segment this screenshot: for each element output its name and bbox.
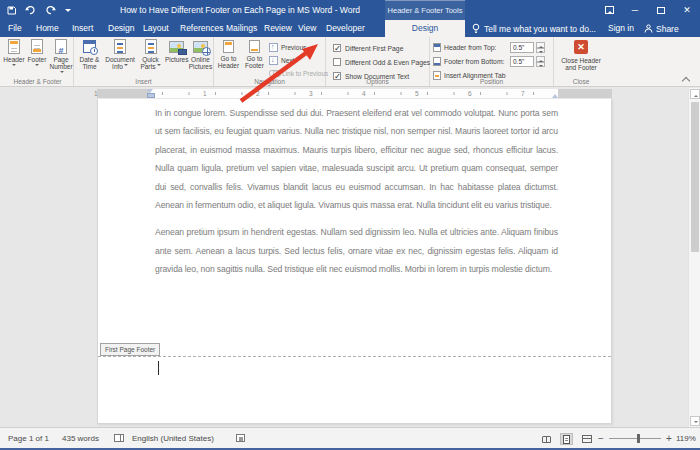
tab-design[interactable]: Design xyxy=(104,20,138,37)
previous-button[interactable]: Previous xyxy=(269,41,306,53)
right-indent-marker[interactable] xyxy=(552,91,559,98)
word-count[interactable]: 435 words xyxy=(62,432,99,445)
read-mode-button[interactable] xyxy=(540,433,553,445)
scrollbar-thumb[interactable] xyxy=(691,102,699,252)
header-from-top-spinner[interactable] xyxy=(536,42,545,53)
customize-qat-icon[interactable] xyxy=(65,9,71,15)
header-from-top-input[interactable]: 0.5" xyxy=(510,42,534,53)
redo-icon[interactable] xyxy=(45,6,56,15)
ribbon-display-options-icon[interactable] xyxy=(596,0,622,20)
collapse-ribbon-icon[interactable] xyxy=(682,77,690,82)
online-pictures-icon xyxy=(193,41,208,53)
web-layout-button[interactable] xyxy=(580,433,593,445)
ruler-number: 3 xyxy=(309,90,313,97)
text-cursor xyxy=(158,361,159,375)
tell-me-box[interactable]: Tell me what you want to do... xyxy=(472,20,596,37)
different-odd-even-checkbox[interactable] xyxy=(333,58,341,66)
group-insert: Date & Time Document Info Quick Parts Pi… xyxy=(74,37,214,86)
tab-insert[interactable]: Insert xyxy=(68,20,97,37)
status-bar: Page 1 of 1 435 words English (United St… xyxy=(0,427,700,450)
tab-references[interactable]: References xyxy=(176,20,227,37)
go-to-footer-icon xyxy=(249,40,260,53)
tab-headerfooter-design-active[interactable]: Design xyxy=(385,20,465,37)
minimize-icon[interactable]: ─ xyxy=(622,0,648,20)
spin-down-icon[interactable] xyxy=(536,48,545,54)
go-to-footer-button[interactable]: Go to Footer xyxy=(242,38,267,76)
ruler-number: 7 xyxy=(521,90,525,97)
tab-file[interactable]: File xyxy=(4,20,26,37)
zoom-level[interactable]: 119% xyxy=(676,432,696,445)
quick-access-toolbar xyxy=(7,0,71,20)
spin-down-icon[interactable] xyxy=(536,62,545,68)
lightbulb-icon xyxy=(472,23,480,34)
different-odd-even-option[interactable]: Different Odd & Even Pages xyxy=(333,57,430,67)
pictures-button[interactable]: Pictures xyxy=(165,38,187,76)
ruler-number: 2 xyxy=(256,90,260,97)
zoom-slider[interactable] xyxy=(609,438,661,439)
tab-mailings[interactable]: Mailings xyxy=(222,20,261,37)
tell-me-label: Tell me what you want to do... xyxy=(484,24,596,34)
footer-boundary-line xyxy=(98,356,611,357)
zoom-slider-thumb[interactable] xyxy=(637,434,640,443)
tab-home[interactable]: Home xyxy=(32,20,63,37)
link-icon xyxy=(269,69,279,77)
title-bar: How to Have Different Footer on Each Pag… xyxy=(0,0,700,20)
close-window-icon[interactable]: ✕ xyxy=(674,0,700,20)
tab-layout[interactable]: Layout xyxy=(139,20,173,37)
ruler-number: 6 xyxy=(468,90,472,97)
header-icon xyxy=(8,39,20,54)
tab-developer[interactable]: Developer xyxy=(322,20,369,37)
first-page-footer-tag: First Page Footer xyxy=(100,343,160,356)
footer-from-bottom-input[interactable]: 0.5" xyxy=(510,56,534,67)
zoom-out-icon[interactable]: − xyxy=(598,432,604,445)
header-from-top-icon xyxy=(433,43,441,52)
header-button[interactable]: Header xyxy=(3,38,25,76)
scroll-down-icon[interactable] xyxy=(690,416,700,426)
different-first-page-option[interactable]: Different First Page xyxy=(333,43,403,53)
page-number-icon: # xyxy=(55,39,67,54)
document-page[interactable]: In in congue lorem. Suspendisse sed dui … xyxy=(97,99,612,424)
tab-view[interactable]: View xyxy=(294,20,320,37)
go-to-header-icon xyxy=(223,40,234,53)
share-button[interactable]: Share xyxy=(644,20,679,37)
different-first-page-checkbox[interactable] xyxy=(333,44,341,52)
group-label-insert: Insert xyxy=(74,78,213,85)
next-button[interactable]: Next xyxy=(269,54,294,66)
tab-review[interactable]: Review xyxy=(260,20,296,37)
ruler-number: 1 xyxy=(94,90,98,97)
quick-parts-icon xyxy=(145,39,157,54)
print-layout-button[interactable] xyxy=(560,433,573,445)
document-info-button[interactable]: Document Info xyxy=(104,38,136,76)
macro-record-icon[interactable] xyxy=(236,434,245,442)
window-controls: ─ ✕ xyxy=(596,0,700,20)
horizontal-ruler[interactable]: 11234567 xyxy=(0,88,688,99)
next-icon xyxy=(269,56,278,65)
sign-in-link[interactable]: Sign in xyxy=(608,20,634,37)
group-label-position: Position xyxy=(430,78,553,85)
footer-button[interactable]: Footer xyxy=(26,38,48,76)
save-icon[interactable] xyxy=(7,6,16,15)
group-header-footer: Header Footer # Page Number Header & Foo… xyxy=(2,37,74,86)
read-mode-icon xyxy=(542,436,551,443)
proofing-icon[interactable] xyxy=(114,434,124,442)
language-indicator[interactable]: English (United States) xyxy=(132,432,214,445)
page-indicator[interactable]: Page 1 of 1 xyxy=(8,432,49,445)
page-number-button[interactable]: # Page Number xyxy=(49,38,73,76)
zoom-in-icon[interactable]: + xyxy=(666,432,672,445)
left-indent-marker[interactable] xyxy=(146,89,154,98)
undo-icon[interactable] xyxy=(25,6,36,15)
close-header-footer-button[interactable]: ✕ Close Header and Footer xyxy=(557,38,605,76)
scroll-up-icon[interactable] xyxy=(690,89,700,99)
group-label-close: Close xyxy=(554,78,608,85)
go-to-header-button[interactable]: Go to Header xyxy=(216,38,241,76)
quick-parts-button[interactable]: Quick Parts xyxy=(137,38,164,76)
date-time-button[interactable]: Date & Time xyxy=(76,38,103,76)
online-pictures-button[interactable]: Online Pictures xyxy=(188,38,213,76)
footer-from-bottom-spinner[interactable] xyxy=(536,56,545,67)
maximize-icon[interactable] xyxy=(648,0,674,20)
ruler-left-margin xyxy=(97,89,150,98)
group-navigation: Go to Header Go to Footer Previous Next … xyxy=(214,37,326,86)
header-from-top-row: Header from Top: xyxy=(433,42,496,53)
ruler-number: 4 xyxy=(362,90,366,97)
vertical-scrollbar[interactable] xyxy=(688,88,700,427)
